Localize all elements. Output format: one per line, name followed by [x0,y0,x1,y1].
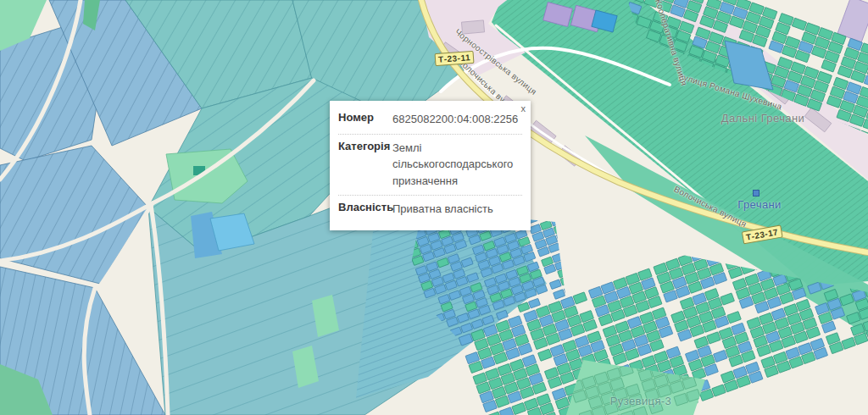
popup-close-button[interactable]: x [520,102,528,115]
popup-row-value: Приватна власність [392,201,520,218]
popup-row-label: Номер [338,111,392,128]
road-badge: Т-23-11 [435,51,475,66]
popup-row-label: Категорія [338,140,392,190]
station-icon [753,190,760,196]
parcel-info-popup: x Номер 6825082200:04:008:2256 Категорія… [330,101,531,230]
popup-row-ownership: Власність Приватна власність [338,196,522,224]
popup-row-label: Власність [338,201,392,218]
popup-row-category: Категорія Землі сільськогосподарського п… [338,135,522,196]
popup-row-number: Номер 6825082200:04:008:2256 [338,106,522,135]
cadastral-map-app: Чорноострівська вулиця Волочиська вулиця… [0,0,868,415]
popup-row-value: 6825082200:04:008:2256 [392,111,520,128]
popup-row-value: Землі сільськогосподарського призначення [392,140,520,190]
